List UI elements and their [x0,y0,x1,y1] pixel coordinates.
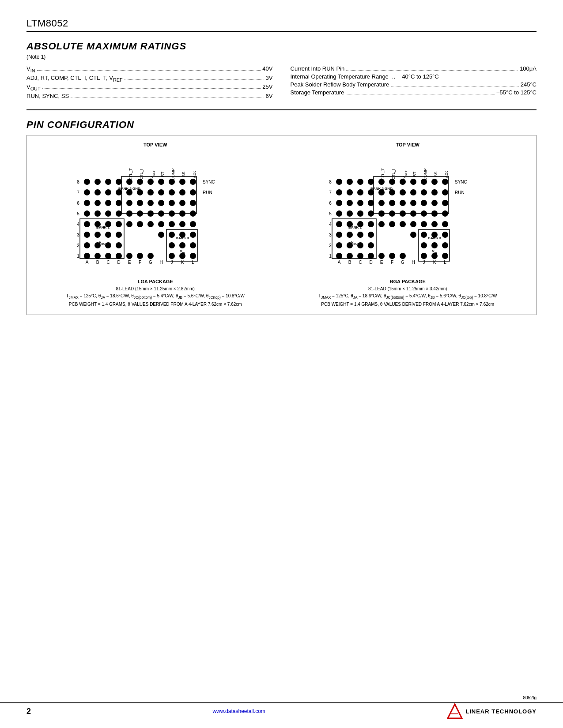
svg-point-74 [158,232,164,238]
svg-point-160 [442,200,448,206]
svg-text:6: 6 [329,201,332,206]
svg-point-17 [190,179,196,185]
svg-point-181 [410,221,416,227]
svg-point-131 [421,179,427,185]
svg-text:CTL_T: CTL_T [381,168,385,180]
svg-text:F: F [139,260,141,265]
svg-point-138 [357,189,363,195]
svg-point-11 [126,179,132,185]
svg-text:6: 6 [77,201,79,206]
rating-vout: VOUT 25V [26,83,273,91]
svg-text:BANK 3: BANK 3 [176,236,189,240]
svg-text:BANK 1: BANK 1 [348,225,362,229]
svg-text:SS: SS [434,172,438,177]
svg-point-178 [378,221,385,227]
svg-point-183 [431,221,438,227]
svg-point-209 [368,253,374,259]
svg-point-42 [169,200,175,206]
svg-text:B: B [348,260,351,265]
svg-point-21 [94,189,101,195]
svg-point-43 [179,200,185,206]
svg-point-164 [357,210,363,217]
svg-text:B: B [96,260,99,265]
svg-point-146 [442,189,448,195]
abs-max-heading: ABSOLUTE MAXIMUM RATINGS [26,41,537,52]
svg-point-10 [116,179,122,185]
svg-text:ADJ: ADJ [192,170,196,178]
lga-caption: LGA PACKAGE 81-LEAD (15mm × 11.25mm × 2.… [66,278,245,308]
pin-config-section: PIN CONFIGURATION TOP VIEW CTL_T CTL_I V… [26,119,537,315]
svg-text:C: C [359,260,362,265]
svg-point-150 [336,200,342,206]
svg-point-46 [84,210,90,217]
svg-text:J: J [423,260,425,265]
svg-point-86 [190,242,196,248]
lga-svg: CTL_T CTL_I VREF RT COMP SS ADJ [74,150,237,278]
bga-top-view-label: TOP VIEW [396,142,419,147]
section-divider [26,109,537,110]
svg-text:J: J [170,260,173,265]
svg-point-13 [147,179,154,185]
svg-point-155 [389,200,395,206]
svg-point-72 [105,232,111,238]
svg-marker-232 [448,704,462,718]
svg-point-128 [389,179,395,185]
svg-point-132 [431,179,438,185]
svg-point-73 [116,232,122,238]
svg-text:A: A [338,260,341,265]
svg-point-16 [179,179,185,185]
svg-point-159 [431,200,438,206]
svg-point-136 [336,189,342,195]
svg-text:5: 5 [77,211,79,216]
svg-point-127 [378,179,385,185]
lga-top-view-label: TOP VIEW [144,142,167,147]
svg-point-99 [190,253,196,259]
svg-point-213 [421,253,427,259]
svg-text:4: 4 [329,222,332,227]
svg-text:C: C [106,260,110,265]
rating-operating-temp: Internal Operating Temperature Range .. … [291,73,537,80]
svg-text:5: 5 [329,211,332,216]
svg-point-26 [147,189,154,195]
pin-config-heading: PIN CONFIGURATION [26,119,537,131]
svg-point-162 [336,210,342,217]
svg-point-8 [94,179,101,185]
svg-text:BANK 3: BANK 3 [428,236,441,240]
svg-point-123 [336,179,342,185]
rating-adj: ADJ, RT, COMP, CTL_I, CTL_T, VREF 3V [26,75,273,83]
svg-point-15 [169,179,175,185]
svg-text:COMP: COMP [171,168,175,180]
svg-point-85 [179,242,185,248]
svg-point-152 [357,200,363,206]
header-divider [26,31,537,32]
svg-text:2: 2 [329,243,332,248]
lga-package-dims: 81-LEAD (15mm × 11.25mm × 2.82mm) [66,285,245,293]
svg-text:RT: RT [160,171,165,176]
svg-text:E: E [128,260,131,265]
svg-point-187 [347,232,353,238]
svg-point-49 [116,210,122,217]
lga-thermal: TJMAX = 125°C, θJA = 18.6°C/W, θJC(botto… [66,293,245,300]
svg-point-20 [84,189,90,195]
svg-point-133 [442,179,448,185]
svg-point-142 [400,189,406,195]
svg-point-65 [158,221,164,227]
svg-point-38 [126,200,132,206]
svg-point-94 [126,253,132,259]
svg-point-184 [442,221,448,227]
svg-text:SS: SS [181,172,186,177]
svg-text:3: 3 [329,233,332,237]
svg-text:7: 7 [329,190,332,195]
svg-text:CTL_I: CTL_I [391,169,396,180]
page-footer: 2 www.datasheetall.com LINEAR TECHNOLOGY… [0,702,563,719]
rating-storage-temp: Storage Temperature –55°C to 125°C [291,89,537,96]
svg-point-199 [368,242,374,248]
svg-point-9 [105,179,111,185]
lga-diagram: TOP VIEW CTL_T CTL_I VREF RT COMP SS ADJ [34,142,277,308]
svg-point-97 [169,253,175,259]
footer-url[interactable]: www.datasheetall.com [212,708,265,714]
svg-point-215 [442,253,448,259]
bga-package-name: BGA PACKAGE [318,278,497,286]
bga-svg: CTL_T CTL_I VREF RT COMP SS ADJ [326,150,489,278]
svg-point-66 [169,221,175,227]
